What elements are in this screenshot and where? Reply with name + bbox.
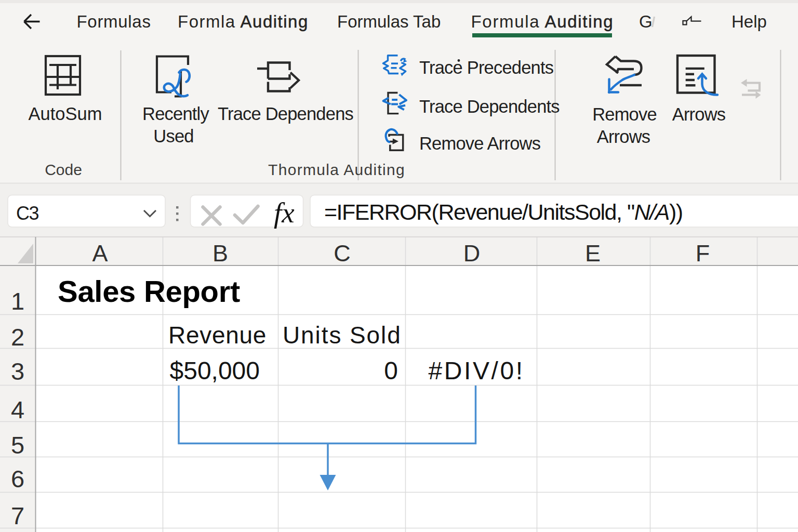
svg-text:$50,000: $50,000 <box>170 357 260 384</box>
svg-text:Arrows: Arrows <box>672 104 726 124</box>
svg-text:G: G <box>639 12 653 31</box>
svg-text:Formulas: Formulas <box>77 12 151 31</box>
svg-text:Arrows: Arrows <box>597 127 650 147</box>
svg-text:Used: Used <box>153 126 193 146</box>
svg-text:6: 6 <box>11 465 24 493</box>
svg-text:Formulas Tab: Formulas Tab <box>337 12 441 31</box>
svg-text:Help: Help <box>732 12 767 31</box>
svg-text:5: 5 <box>11 431 24 459</box>
svg-text:Formla Auditing: Formla Auditing <box>178 12 309 31</box>
svg-text:Code: Code <box>45 161 82 178</box>
svg-text:7: 7 <box>11 502 24 529</box>
svg-text:#DIV/0!: #DIV/0! <box>429 357 525 384</box>
svg-text:=IFERROR(Revenue/UnitsSold, "N: =IFERROR(Revenue/UnitsSold, "N/A)) <box>324 200 683 224</box>
svg-text:4: 4 <box>11 396 24 423</box>
svg-text:Recently: Recently <box>142 104 209 124</box>
svg-text:Remove Arrows: Remove Arrows <box>419 134 540 153</box>
svg-text:Remove: Remove <box>592 104 657 124</box>
svg-text:Trace Dependens: Trace Dependens <box>218 104 353 124</box>
svg-text:Units Sold: Units Sold <box>283 322 402 349</box>
svg-text:Formula Auditing: Formula Auditing <box>471 12 614 31</box>
svg-text:Thormula Auditing: Thormula Auditing <box>268 161 405 178</box>
svg-text:A: A <box>92 240 108 267</box>
svg-text:C: C <box>334 240 351 267</box>
svg-text:Trace Dependents: Trace Dependents <box>419 97 560 116</box>
svg-text:1: 1 <box>11 287 24 315</box>
svg-text:0: 0 <box>384 357 398 384</box>
svg-text:C3: C3 <box>16 203 38 224</box>
svg-text:AutoSum: AutoSum <box>29 104 102 124</box>
svg-text:3: 3 <box>11 357 24 385</box>
svg-text:B: B <box>212 240 228 267</box>
svg-text:2: 2 <box>11 323 24 351</box>
svg-text:Revenue: Revenue <box>168 322 267 349</box>
svg-text:Sales Report: Sales Report <box>58 274 240 308</box>
svg-text:F: F <box>696 240 710 267</box>
svg-text:Trace Precedents: Trace Precedents <box>419 58 553 77</box>
svg-text:E: E <box>585 240 601 267</box>
svg-text:D: D <box>463 240 481 267</box>
svg-text:fx: fx <box>274 197 295 229</box>
